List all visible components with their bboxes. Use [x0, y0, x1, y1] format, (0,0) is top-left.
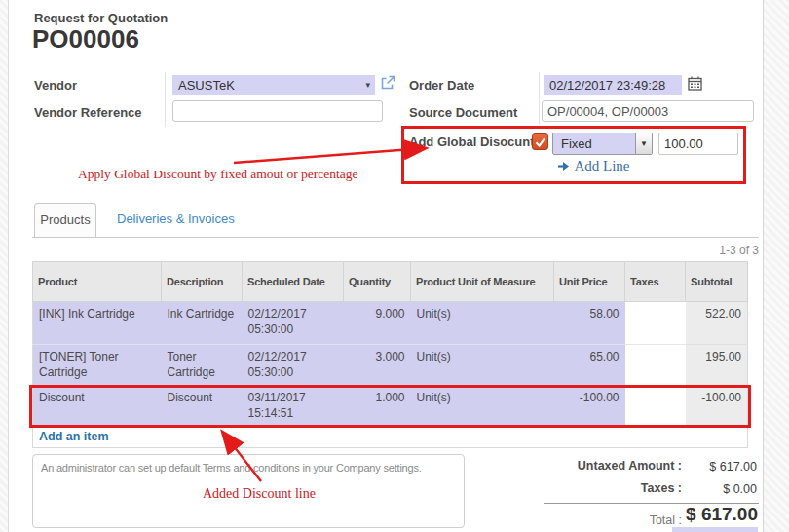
label-separator-right — [539, 72, 540, 125]
cell-unit-price[interactable]: 65.00 — [554, 345, 625, 388]
untaxed-amount-value: $ 617.00 — [604, 460, 757, 474]
cell-description[interactable]: Discount — [162, 388, 243, 426]
global-discount-label: Add Global Disocunt — [409, 134, 535, 149]
order-date-value: 02/12/2017 23:49:28 — [544, 75, 682, 95]
add-an-item-link[interactable]: Add an item — [39, 430, 109, 443]
cell-uom[interactable]: Unit(s) — [411, 345, 554, 388]
label-separator-left — [165, 72, 166, 127]
discount-type-select[interactable]: Fixed ▼ — [552, 133, 653, 155]
cell-scheduled-date[interactable]: 03/11/2017 15:14:51 — [243, 388, 344, 426]
vendor-label: Vendor — [34, 78, 77, 93]
tab-products[interactable]: Products — [34, 203, 96, 237]
col-header-taxes[interactable]: Taxes — [625, 262, 686, 302]
cell-product[interactable]: [INK] Ink Cartridge — [33, 302, 162, 345]
table-row-ink-cartridge[interactable]: [INK] Ink Cartridge Ink Cartridge 02/12/… — [33, 302, 748, 345]
calendar-icon[interactable] — [688, 76, 702, 95]
cell-taxes[interactable] — [625, 388, 686, 426]
global-discount-checkbox[interactable] — [532, 133, 548, 150]
cell-subtotal: -100.00 — [686, 388, 748, 426]
cell-uom[interactable]: Unit(s) — [411, 302, 554, 345]
table-header-row: Product Description Scheduled Date Quant… — [33, 262, 748, 302]
table-row-discount[interactable]: Discount Discount 03/11/2017 15:14:51 1.… — [33, 388, 748, 426]
cell-product[interactable]: Discount — [33, 388, 162, 426]
annotation-arrow-1 — [234, 148, 425, 163]
col-header-scheduled-date[interactable]: Scheduled Date — [243, 262, 344, 302]
tabbar-divider — [32, 237, 759, 238]
col-header-subtotal[interactable]: Subtotal — [686, 262, 748, 302]
annotation-note-global-discount: Apply Global Discount by fixed amout or … — [78, 167, 358, 182]
vendor-reference-input[interactable] — [172, 100, 383, 122]
terms-note-text: An administrator can set up default Term… — [41, 462, 422, 474]
page-edge-left — [0, 0, 9, 532]
document-number: PO00006 — [32, 24, 139, 55]
cell-subtotal: 522.00 — [686, 302, 748, 345]
chevron-down-icon[interactable]: ▾ — [365, 75, 370, 95]
col-header-quantity[interactable]: Quantity — [344, 262, 411, 302]
cell-quantity[interactable]: 3.000 — [344, 345, 411, 388]
source-document-label: Source Document — [409, 105, 517, 120]
cell-taxes[interactable] — [625, 345, 686, 388]
source-document-input[interactable] — [542, 100, 754, 122]
discount-amount-input[interactable] — [658, 133, 738, 155]
total-field-highlight — [672, 527, 758, 532]
add-line-arrow-icon — [557, 161, 570, 171]
order-lines-table: Product Description Scheduled Date Quant… — [32, 261, 748, 448]
vendor-reference-label: Vendor Reference — [34, 105, 142, 120]
cell-description[interactable]: Toner Cartridge — [162, 345, 243, 388]
vendor-value: ASUSTeK — [172, 75, 375, 95]
col-header-description[interactable]: Description — [162, 262, 243, 302]
cell-subtotal: 195.00 — [686, 345, 748, 388]
page-edge-right — [763, 0, 789, 532]
list-pager[interactable]: 1-3 of 3 — [565, 244, 759, 257]
cell-scheduled-date[interactable]: 02/12/2017 05:30:00 — [243, 345, 344, 388]
annotation-note-discount-line: Added Discount line — [203, 486, 316, 502]
total-value: $ 617.00 — [604, 504, 758, 525]
taxes-total-value: $ 0.00 — [604, 482, 757, 496]
external-link-icon[interactable] — [380, 74, 396, 95]
document-type-title: Request for Quotation — [34, 11, 168, 25]
order-date-label: Order Date — [409, 78, 474, 93]
add-line-link[interactable]: Add Line — [557, 157, 630, 174]
cell-unit-price[interactable]: 58.00 — [554, 302, 625, 345]
col-header-uom[interactable]: Product Unit of Measure — [411, 262, 554, 302]
table-row-toner-cartridge[interactable]: [TONER] Toner Cartridge Toner Cartridge … — [33, 345, 748, 388]
checkmark-icon — [534, 135, 546, 148]
cell-unit-price[interactable]: -100.00 — [554, 388, 625, 426]
select-caret-icon[interactable]: ▼ — [635, 133, 652, 154]
add-line-label: Add Line — [574, 158, 629, 173]
cell-product[interactable]: [TONER] Toner Cartridge — [33, 345, 162, 388]
col-header-product[interactable]: Product — [33, 262, 162, 302]
cell-scheduled-date[interactable]: 02/12/2017 05:30:00 — [243, 302, 344, 345]
cell-taxes[interactable] — [625, 302, 686, 345]
cell-quantity[interactable]: 9.000 — [344, 302, 411, 345]
cell-uom[interactable]: Unit(s) — [411, 388, 554, 426]
rfq-form-page: Request for Quotation PO00006 Vendor ASU… — [0, 0, 789, 532]
col-header-unit-price[interactable]: Unit Price — [554, 262, 625, 302]
vendor-select[interactable]: ASUSTeK ▾ — [172, 75, 375, 95]
cell-description[interactable]: Ink Cartridge — [162, 302, 243, 345]
add-item-row: Add an item — [33, 426, 748, 448]
order-date-field[interactable]: 02/12/2017 23:49:28 — [544, 75, 682, 95]
cell-quantity[interactable]: 1.000 — [344, 388, 411, 426]
tab-deliveries-invoices[interactable]: Deliveries & Invoices — [117, 203, 235, 237]
